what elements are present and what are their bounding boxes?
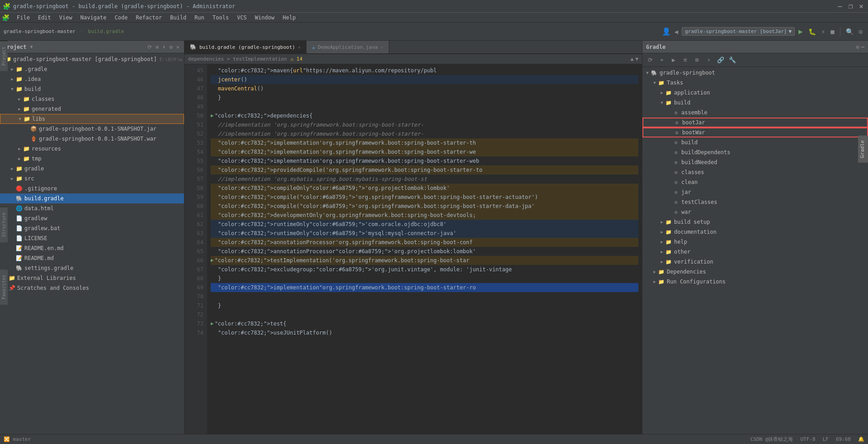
debug-icon[interactable]: 🐛 [807,26,818,37]
gradle-item-buildNeeded[interactable]: ⚙ buildNeeded [642,157,868,167]
code-line-58[interactable]: "color:#cc7832;">compileOnly "color:#6a8… [211,184,638,193]
code-line-51[interactable]: //implementation 'org.springframework.bo… [211,120,638,129]
menu-help[interactable]: Help [279,14,299,22]
tree-item-resources[interactable]: ▶ 📁 resources [0,144,184,154]
tree-item-data-html[interactable]: 🌐 data.html [0,203,184,213]
code-area[interactable]: "color:#cc7832;">maven { url "https://ma… [207,64,642,444]
run-gradle-icon[interactable]: ▶ [669,55,679,65]
tree-item-build-gradle[interactable]: 🐘 build.gradle [0,194,184,203]
refresh-icon[interactable]: ⟳ [645,55,655,65]
tree-item-classes[interactable]: ▶ 📁 classes [0,94,184,104]
menu-file[interactable]: File [13,14,33,22]
title-bar-controls[interactable]: — ❐ ✕ [835,2,868,10]
tree-item-tmp[interactable]: ▶ 📁 tmp [0,154,184,164]
code-line-49[interactable] [211,102,638,111]
gradle-item-application[interactable]: ▶ 📁 application [642,88,868,98]
tab-close-icon[interactable]: ✕ [298,45,301,50]
code-line-64[interactable]: "color:#cc7832;">annotationProcessor 'or… [211,238,638,247]
gradle-item-build-setup[interactable]: ▶ 📁 build setup [642,217,868,227]
minimize-panel-icon[interactable]: — [861,44,864,50]
tab-close-icon[interactable]: ✕ [381,45,383,50]
menu-edit[interactable]: Edit [34,14,55,22]
gradle-item-clean[interactable]: ⚙ clean [642,177,868,187]
gutter-run-icon[interactable]: ▶ [211,319,214,328]
code-line-55[interactable]: "color:#cc7832;">implementation 'org.spr… [211,156,638,165]
link-icon[interactable]: 🔗 [716,55,726,65]
gradle-item-bootWar[interactable]: ⚙ bootWar [642,128,868,137]
stop-icon[interactable]: ■ [829,26,836,37]
settings-icon[interactable]: ⚙ [857,26,864,37]
gradle-edge-tab[interactable]: Gradle [858,136,868,163]
menu-refactor[interactable]: Refactor [132,14,165,22]
menu-vcs[interactable]: VCS [233,14,250,22]
run-config-dropdown[interactable]: gradle-springboot-master [bootJar] ▼ [682,27,795,36]
gradle-item-documentation[interactable]: ▶ 📁 documentation [642,227,868,237]
code-line-74[interactable]: "color:#cc7832;">useJUnitPlatform() [211,328,638,337]
tree-item-build[interactable]: ▼ 📁 build [0,84,184,94]
tree-item-gradle-dir[interactable]: ▶ 📁 gradle [0,164,184,174]
code-line-68[interactable]: } [211,274,638,283]
code-line-45[interactable]: "color:#cc7832;">maven { url "https://ma… [211,66,638,75]
gradle-item-testClasses[interactable]: ⚙ testClasses [642,197,868,207]
code-line-48[interactable]: } [211,93,638,102]
gutter-run-icon[interactable]: ▶ [211,111,214,120]
tree-item-src[interactable]: ▶ 📁 src [0,174,184,184]
tree-item-generated[interactable]: ▶ 📁 generated [0,104,184,114]
menu-build[interactable]: Build [166,14,190,22]
gradle-item-dependencies[interactable]: ▶ 📁 Dependencies [642,267,868,277]
tree-item-root[interactable]: ▼ 📁 gradle-springboot-master [gradle-spr… [0,54,184,64]
menu-navigate[interactable]: Navigate [77,14,110,22]
close-panel-icon[interactable]: ✕ [175,43,180,51]
gradle-item-verification[interactable]: ▶ 📁 verification [642,257,868,267]
tree-item-scratches[interactable]: ▶ 📌 Scratches and Consoles [0,283,184,293]
code-line-54[interactable]: "color:#cc7832;">implementation 'org.spr… [211,147,638,156]
dropdown-chevron-icon[interactable]: ▼ [30,44,33,49]
tree-item-readme[interactable]: 📝 README.md [0,253,184,263]
minimize-icon[interactable]: — [835,2,845,10]
code-line-60[interactable]: "color:#cc7832;">compile("color:#6a8759;… [211,202,638,211]
tree-item-libs-war[interactable]: 🏺 gradle-springboot-0.0.1-SNAPSHOT.war [0,134,184,144]
code-line-56[interactable]: "color:#cc7832;">providedCompile('org.sp… [211,165,638,175]
tree-item-idea[interactable]: ▶ 📁 .idea [0,74,184,84]
search-everywhere-icon[interactable]: 🔍 [844,26,855,37]
code-line-73[interactable]: ▶"color:#cc7832;">test { [211,319,638,328]
favorites-vertical-tab[interactable]: Favorites [0,269,8,305]
tree-item-gradle[interactable]: ▶ 📁 .gradle [0,64,184,74]
code-line-65[interactable]: "color:#cc7832;">annotationProcessor "co… [211,247,638,256]
nav-up-icon[interactable]: ▲ [631,56,634,62]
run-icon[interactable]: ▶ [797,25,805,38]
settings-icon[interactable]: ⚙ [169,43,174,51]
tree-item-libs-jar[interactable]: 📦 gradle-springboot-0.0.1-SNAPSHOT.jar [0,124,184,134]
tree-item-ext-libs[interactable]: ▶ 📁 External Libraries [0,273,184,283]
code-line-61[interactable]: "color:#cc7832;">developmentOnly 'org.sp… [211,211,638,220]
code-line-46[interactable]: jcenter() [211,75,638,84]
code-line-63[interactable]: "color:#cc7832;">runtimeOnly "color:#6a8… [211,229,638,238]
code-line-47[interactable]: mavenCentral() [211,84,638,93]
code-line-72[interactable] [211,310,638,319]
tree-item-libs[interactable]: ▼ 📁 libs [0,114,184,124]
settings-icon[interactable]: ⚙ [856,44,859,50]
gradle-item-build-folder[interactable]: ▼ 📁 build [642,98,868,108]
code-line-71[interactable]: } [211,301,638,310]
menu-run[interactable]: Run [191,14,208,22]
structure-vertical-tab[interactable]: Structure [0,207,8,242]
maximize-icon[interactable]: ❐ [846,2,856,10]
expand-icon[interactable]: ⊞ [692,55,702,65]
code-line-50[interactable]: ▶"color:#cc7832;">dependencies { [211,111,638,120]
gradle-item-jar[interactable]: ⚙ jar [642,187,868,197]
sync-icon[interactable]: ⟳ [146,43,153,51]
gradle-item-other[interactable]: ▶ 📁 other [642,247,868,257]
nav-down-icon[interactable]: ▼ [635,56,638,62]
tree-item-gradlew[interactable]: 📄 gradlew [0,213,184,223]
menu-view[interactable]: View [56,14,76,22]
code-line-53[interactable]: "color:#cc7832;">implementation 'org.spr… [211,138,638,147]
tree-item-gitignore[interactable]: 🔴 .gitignore [0,184,184,194]
menu-tools[interactable]: Tools [209,14,232,22]
gutter-run-icon[interactable]: ▶ [211,256,214,265]
code-line-52[interactable]: //implementation 'org.springframework.bo… [211,129,638,138]
coverage-icon[interactable]: ⚡ [820,26,827,37]
filter-icon[interactable]: ⚡ [704,55,714,65]
dropdown-chevron-icon[interactable]: ▼ [788,28,792,34]
collapse-all-icon[interactable]: ≡ [155,43,160,51]
wrench-icon[interactable]: 🔧 [727,55,737,65]
